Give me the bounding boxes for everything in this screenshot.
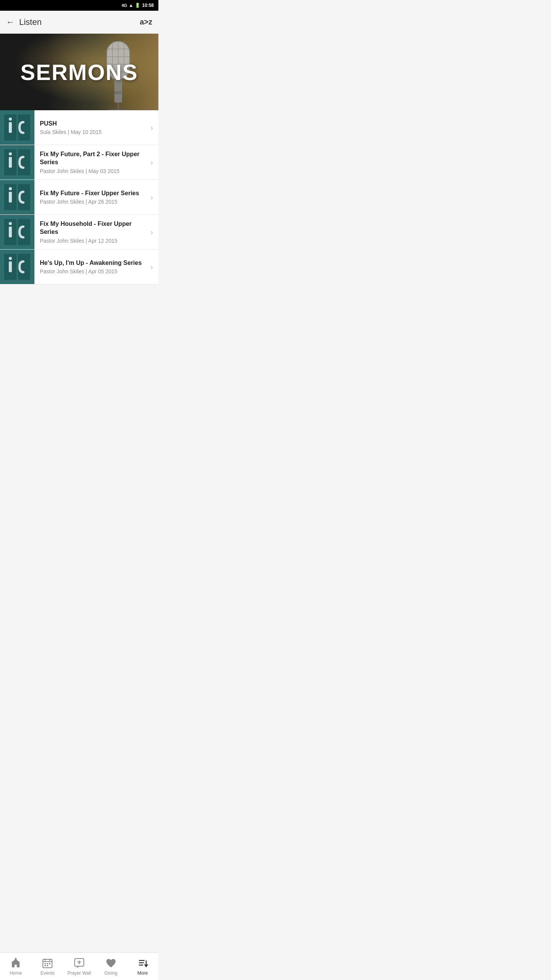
sermon-list: PUSH Sula Skiles | May 10 2015 › Fix My …	[0, 110, 158, 284]
sermon-info: PUSH Sula Skiles | May 10 2015	[34, 115, 150, 140]
app-header: ← Listen a>z	[0, 11, 158, 34]
svg-point-30	[9, 257, 12, 260]
sermon-item[interactable]: Fix My Future - Fixer Upper Series Pasto…	[0, 180, 158, 215]
svg-rect-19	[9, 157, 12, 168]
sermon-thumbnail	[0, 110, 34, 145]
sermon-thumbnail	[0, 145, 34, 180]
svg-point-14	[9, 118, 12, 121]
svg-point-26	[9, 222, 12, 225]
svg-text:SM58: SM58	[111, 91, 122, 95]
battery-icon: 🔋	[135, 3, 140, 8]
svg-rect-31	[9, 261, 12, 272]
sermon-title: PUSH	[40, 120, 147, 128]
sermons-banner: SM58 SERMONS	[0, 34, 158, 110]
sermon-thumbnail	[0, 250, 34, 284]
sermon-item[interactable]: Fix My Future, Part 2 - Fixer Upper Seri…	[0, 145, 158, 180]
az-button[interactable]: a>z	[140, 18, 152, 26]
sermon-info: Fix My Household - Fixer Upper Series Pa…	[34, 216, 150, 248]
sermon-title: Fix My Future - Fixer Upper Series	[40, 189, 147, 198]
sermon-thumbnail	[0, 180, 34, 214]
status-bar: 4G ▲ 🔋 10:58	[0, 0, 158, 11]
chevron-right-icon: ›	[150, 228, 158, 237]
page-title: Listen	[19, 17, 42, 27]
sermon-info: He's Up, I'm Up - Awakening Series Pasto…	[34, 255, 150, 279]
svg-rect-15	[9, 122, 12, 133]
sermon-item[interactable]: Fix My Household - Fixer Upper Series Pa…	[0, 215, 158, 250]
sermons-banner-text: SERMONS	[20, 59, 138, 85]
sermon-title: He's Up, I'm Up - Awakening Series	[40, 259, 147, 267]
svg-point-22	[9, 187, 12, 190]
chevron-right-icon: ›	[150, 123, 158, 132]
time-display: 10:58	[142, 3, 154, 8]
sermon-meta: Sula Skiles | May 10 2015	[40, 129, 147, 135]
chevron-right-icon: ›	[150, 158, 158, 167]
svg-rect-27	[9, 227, 12, 237]
main-content: SM58 SERMONS PUSH Sula Skil	[0, 34, 158, 312]
svg-point-18	[9, 152, 12, 155]
signal-icon: ▲	[129, 3, 133, 8]
sermon-title: Fix My Future, Part 2 - Fixer Upper Seri…	[40, 150, 147, 167]
sermon-info: Fix My Future, Part 2 - Fixer Upper Seri…	[34, 146, 150, 179]
sermon-item[interactable]: PUSH Sula Skiles | May 10 2015 ›	[0, 110, 158, 145]
chevron-right-icon: ›	[150, 193, 158, 202]
sermon-thumbnail	[0, 215, 34, 249]
sermon-meta: Pastor John Skiles | May 03 2015	[40, 168, 147, 174]
sermon-meta: Pastor John Skiles | Apr 05 2015	[40, 268, 147, 274]
chevron-right-icon: ›	[150, 263, 158, 271]
sermon-title: Fix My Household - Fixer Upper Series	[40, 220, 147, 236]
sermon-item[interactable]: He's Up, I'm Up - Awakening Series Pasto…	[0, 250, 158, 284]
back-button[interactable]: ←	[6, 17, 15, 27]
network-indicator: 4G	[122, 3, 127, 8]
sermon-meta: Pastor John Skiles | Apr 26 2015	[40, 199, 147, 205]
svg-rect-23	[9, 192, 12, 203]
sermon-meta: Pastor John Skiles | Apr 12 2015	[40, 238, 147, 244]
sermon-info: Fix My Future - Fixer Upper Series Pasto…	[34, 185, 150, 210]
